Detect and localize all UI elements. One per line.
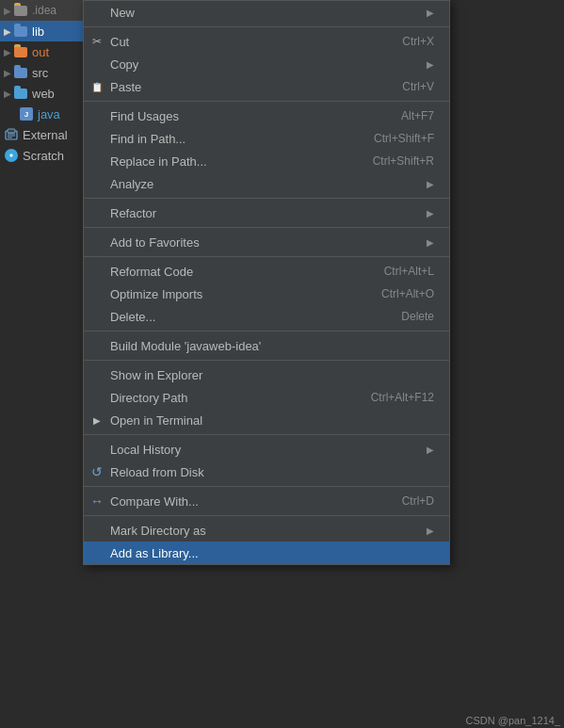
menu-label-delete: Delete... [110, 310, 382, 324]
submenu-arrow-refactor: ▶ [427, 208, 434, 218]
menu-label-compare-with: Compare With... [110, 494, 383, 509]
menu-separator-3 [84, 198, 449, 199]
menu-separator-2 [84, 101, 449, 102]
menu-label-cut: Cut [110, 35, 383, 49]
menu-separator-9 [84, 486, 449, 487]
expand-arrow-web: ▶ [4, 89, 11, 99]
java-file-icon: J [19, 106, 34, 121]
menu-label-show-in-explorer: Show in Explorer [110, 368, 434, 382]
sidebar-label-java: java [38, 107, 60, 121]
menu-item-show-in-explorer[interactable]: Show in Explorer [84, 364, 449, 386]
cut-icon [89, 34, 105, 49]
sidebar-item-scratch[interactable]: Scratch [0, 145, 85, 166]
menu-label-add-to-favorites: Add to Favorites [110, 235, 419, 250]
menu-item-refactor[interactable]: Refactor ▶ [84, 202, 449, 224]
submenu-arrow-local-history: ▶ [427, 445, 434, 455]
scratch-icon [4, 148, 19, 163]
menu-item-reformat-code[interactable]: Reformat Code Ctrl+Alt+L [84, 260, 449, 283]
menu-label-find-in-path: Find in Path... [110, 132, 355, 146]
sidebar-label-external: External [23, 128, 68, 142]
menu-label-open-in-terminal: Open in Terminal [110, 413, 434, 428]
sidebar-label-lib: lib [32, 24, 44, 39]
menu-separator-1 [84, 26, 449, 27]
watermark: CSDN @pan_1214_ [466, 715, 560, 726]
menu-item-optimize-imports[interactable]: Optimize Imports Ctrl+Alt+O [84, 283, 449, 305]
external-libraries-icon [4, 127, 19, 142]
compare-icon [89, 493, 105, 509]
shortcut-cut: Ctrl+X [402, 35, 434, 48]
menu-item-add-to-favorites[interactable]: Add to Favorites ▶ [84, 231, 449, 253]
menu-label-build-module: Build Module 'javaweb-idea' [110, 339, 434, 353]
shortcut-paste: Ctrl+V [402, 80, 434, 93]
folder-icon-idea [13, 3, 28, 18]
menu-item-build-module[interactable]: Build Module 'javaweb-idea' [84, 334, 449, 357]
menu-item-mark-directory[interactable]: Mark Directory as ▶ [84, 519, 449, 542]
sidebar-item-src[interactable]: ▶ src [0, 62, 85, 83]
menu-separator-5 [84, 256, 449, 257]
folder-icon-src [13, 65, 28, 80]
folder-icon-web [13, 86, 28, 101]
menu-item-local-history[interactable]: Local History ▶ [84, 438, 449, 461]
sidebar: ▶ .idea ▶ lib ▶ out ▶ src ▶ [0, 0, 85, 728]
sidebar-item-out[interactable]: ▶ out [0, 41, 85, 62]
expand-arrow-src: ▶ [4, 68, 11, 78]
menu-item-delete[interactable]: Delete... Delete [84, 305, 449, 328]
paste-icon [89, 79, 105, 94]
menu-label-find-usages: Find Usages [110, 109, 382, 123]
menu-item-add-as-library[interactable]: Add as Library... [84, 542, 449, 564]
menu-item-replace-in-path[interactable]: Replace in Path... Ctrl+Shift+R [84, 150, 449, 172]
folder-icon-out [13, 44, 28, 59]
sidebar-label-web: web [32, 87, 55, 101]
menu-label-local-history: Local History [110, 443, 419, 457]
menu-separator-4 [84, 227, 449, 228]
shortcut-find-usages: Alt+F7 [401, 109, 434, 122]
menu-label-mark-directory: Mark Directory as [110, 524, 419, 538]
menu-item-find-usages[interactable]: Find Usages Alt+F7 [84, 105, 449, 127]
submenu-arrow-copy: ▶ [427, 59, 434, 70]
submenu-arrow-analyze: ▶ [427, 179, 434, 189]
sidebar-label-idea: .idea [32, 4, 56, 17]
menu-item-new[interactable]: New ▶ [84, 1, 449, 24]
menu-separator-10 [84, 515, 449, 516]
sidebar-item-web[interactable]: ▶ web [0, 83, 85, 104]
shortcut-find-in-path: Ctrl+Shift+F [374, 132, 434, 145]
sidebar-label-out: out [32, 45, 49, 59]
menu-separator-6 [84, 331, 449, 332]
sidebar-item-idea[interactable]: ▶ .idea [0, 0, 85, 21]
menu-label-add-as-library: Add as Library... [110, 546, 434, 560]
sidebar-item-lib[interactable]: ▶ lib [0, 21, 85, 41]
menu-label-reload-from-disk: Reload from Disk [110, 465, 434, 479]
shortcut-replace-in-path: Ctrl+Shift+R [373, 154, 434, 168]
menu-item-reload-from-disk[interactable]: Reload from Disk [84, 461, 449, 483]
menu-label-paste: Paste [110, 80, 383, 94]
shortcut-delete: Delete [401, 310, 434, 323]
menu-item-find-in-path[interactable]: Find in Path... Ctrl+Shift+F [84, 127, 449, 150]
menu-label-copy: Copy [110, 57, 419, 72]
menu-separator-7 [84, 360, 449, 361]
svg-rect-1 [8, 129, 15, 133]
sidebar-label-scratch: Scratch [23, 149, 64, 163]
shortcut-optimize-imports: Ctrl+Alt+O [381, 287, 434, 300]
menu-item-open-in-terminal[interactable]: Open in Terminal [84, 409, 449, 431]
menu-item-directory-path[interactable]: Directory Path Ctrl+Alt+F12 [84, 386, 449, 409]
expand-arrow: ▶ [4, 6, 11, 16]
menu-label-analyze: Analyze [110, 177, 419, 191]
sidebar-label-src: src [32, 66, 48, 80]
menu-label-directory-path: Directory Path [110, 391, 352, 405]
expand-arrow-out: ▶ [4, 47, 11, 57]
menu-separator-8 [84, 434, 449, 435]
shortcut-directory-path: Ctrl+Alt+F12 [371, 391, 434, 404]
menu-item-analyze[interactable]: Analyze ▶ [84, 172, 449, 195]
submenu-arrow-mark-directory: ▶ [427, 526, 434, 536]
menu-item-paste[interactable]: Paste Ctrl+V [84, 75, 449, 98]
shortcut-compare-with: Ctrl+D [402, 494, 434, 508]
sidebar-item-external[interactable]: External [0, 124, 85, 145]
submenu-arrow-new: ▶ [427, 8, 434, 18]
menu-item-copy[interactable]: Copy ▶ [84, 53, 449, 75]
menu-label-reformat-code: Reformat Code [110, 265, 365, 279]
menu-label-refactor: Refactor [110, 206, 419, 220]
sidebar-item-java[interactable]: J java [0, 104, 85, 124]
submenu-arrow-favorites: ▶ [427, 237, 434, 248]
menu-item-compare-with[interactable]: Compare With... Ctrl+D [84, 490, 449, 512]
menu-item-cut[interactable]: Cut Ctrl+X [84, 30, 449, 53]
